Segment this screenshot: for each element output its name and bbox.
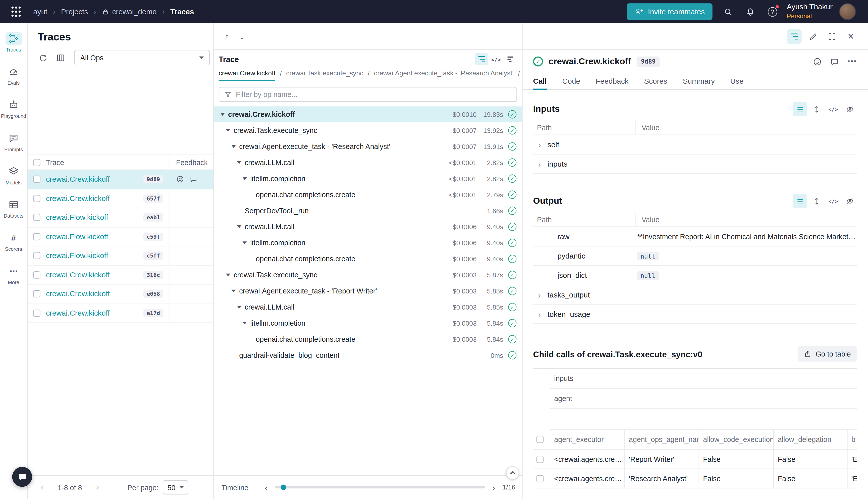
overflow-menu-icon[interactable]: ⋯ xyxy=(847,55,857,67)
row-checkbox[interactable] xyxy=(536,455,544,463)
expand-icon[interactable]: › xyxy=(533,140,547,149)
row-checkbox[interactable] xyxy=(33,195,40,202)
tab-use[interactable]: Use xyxy=(730,73,744,90)
collapse-icon[interactable] xyxy=(235,161,244,164)
tree-row[interactable]: crewai.LLM.call $0.0003 5.85s ✓ xyxy=(214,299,522,315)
breadcrumb-project[interactable]: crewai_demo xyxy=(112,8,157,16)
help-icon[interactable]: ? xyxy=(761,3,783,20)
tab-code[interactable]: Code xyxy=(562,73,580,90)
row-checkbox[interactable] xyxy=(33,290,40,297)
add-reaction-icon[interactable] xyxy=(813,57,822,66)
comment-icon[interactable] xyxy=(189,175,198,183)
sidebar-item-models[interactable]: Models xyxy=(0,158,27,192)
collapse-icon[interactable] xyxy=(240,242,249,244)
trace-name[interactable]: crewai.Crew.kickoff xyxy=(46,175,110,183)
close-icon[interactable]: × xyxy=(844,29,858,44)
trace-name[interactable]: crewai.Flow.kickoff xyxy=(46,232,108,241)
hide-values-icon[interactable] xyxy=(843,194,857,208)
tree-row[interactable]: crewai.Agent.execute_task - 'Research An… xyxy=(214,138,522,155)
next-page-icon[interactable]: › xyxy=(90,482,105,493)
tree-row[interactable]: crewai.LLM.call <$0.0001 2.82s ✓ xyxy=(214,155,522,171)
timeline-slider[interactable] xyxy=(275,486,485,488)
row-checkbox[interactable] xyxy=(33,175,40,183)
tree-row[interactable]: litellm.completion $0.0006 9.40s ✓ xyxy=(214,235,522,251)
row-checkbox[interactable] xyxy=(536,475,544,482)
columns-icon[interactable] xyxy=(53,50,67,65)
tree-row[interactable]: SerperDevTool._run 1.66s ✓ xyxy=(214,203,522,219)
list-view-icon[interactable] xyxy=(793,194,807,208)
trace-row[interactable]: crewai.Flow.kickoffc5ff xyxy=(28,246,213,266)
invite-teammates-button[interactable]: Invite teammates xyxy=(627,3,712,20)
collapse-icon[interactable] xyxy=(218,113,227,116)
edit-pencil-icon[interactable] xyxy=(806,29,820,44)
notifications-bell-icon[interactable] xyxy=(739,3,761,20)
trace-name[interactable]: crewai.Flow.kickoff xyxy=(46,213,108,222)
tree-row[interactable]: openai.chat.completions.create <$0.0001 … xyxy=(214,187,522,203)
collapse-icon[interactable] xyxy=(235,306,244,308)
expand-icon[interactable]: › xyxy=(533,309,547,319)
tree-row[interactable]: crewai.Crew.kickoff $0.0010 19.83s ✓ xyxy=(214,106,522,122)
breadcrumb-team[interactable]: ayut xyxy=(33,8,47,16)
trace-row[interactable]: crewai.Crew.kickoffe058 xyxy=(28,285,213,304)
op-crumb[interactable]: crewai.Task.execute_sync xyxy=(286,66,363,81)
tree-row[interactable]: crewai.Task.execute_sync $0.0003 5.87s ✓ xyxy=(214,267,522,283)
trace-name[interactable]: crewai.Crew.kickoff xyxy=(46,290,110,298)
scroll-top-button[interactable] xyxy=(506,466,519,480)
tree-row[interactable]: crewai.Task.execute_sync $0.0007 13.92s … xyxy=(214,122,522,138)
code-view-icon[interactable]: </> xyxy=(826,194,840,208)
tree-row[interactable]: litellm.completion <$0.0001 2.82s ✓ xyxy=(214,171,522,187)
sidebar-item-playground[interactable]: Playground xyxy=(0,92,27,125)
tree-view-icon[interactable] xyxy=(475,53,488,65)
sidebar-item-scorers[interactable]: # Scorers xyxy=(0,225,27,258)
refresh-icon[interactable] xyxy=(35,50,50,65)
collapse-icon[interactable] xyxy=(224,129,232,132)
per-page-select[interactable]: 50 xyxy=(163,480,188,495)
tab-summary[interactable]: Summary xyxy=(683,73,715,90)
flame-view-icon[interactable] xyxy=(504,53,517,65)
collapse-icon[interactable] xyxy=(235,226,244,228)
row-checkbox[interactable] xyxy=(33,271,40,278)
collapse-icon[interactable] xyxy=(229,290,238,292)
child-call-row[interactable]: <crewai.agents.cre… 'Report Writer' Fals… xyxy=(533,450,857,469)
sidebar-item-more[interactable]: ⋯ More xyxy=(0,258,27,291)
fullscreen-icon[interactable] xyxy=(825,29,839,44)
expand-rows-icon[interactable] xyxy=(809,102,823,116)
collapse-icon[interactable] xyxy=(224,273,232,276)
trace-name[interactable]: crewai.Crew.kickoff xyxy=(46,309,110,317)
child-call-row[interactable]: <crewai.ag​ents.cre… 'Research Analyst' … xyxy=(533,469,857,488)
row-checkbox[interactable] xyxy=(33,233,40,240)
op-filter-input[interactable] xyxy=(236,90,512,98)
ops-filter-select[interactable]: All Ops xyxy=(74,50,210,65)
collapse-icon[interactable] xyxy=(240,177,249,180)
expand-rows-icon[interactable] xyxy=(809,194,823,208)
sidebar-item-datasets[interactable]: Datasets xyxy=(0,192,27,225)
expand-icon[interactable]: › xyxy=(533,159,547,169)
row-checkbox[interactable] xyxy=(33,309,40,317)
tree-row[interactable]: guardrail-validate_blog_content 0ms ✓ xyxy=(214,347,522,363)
code-view-icon[interactable]: </> xyxy=(489,53,503,65)
trace-row[interactable]: crewai.Crew.kickoff9d89 xyxy=(28,170,213,189)
trace-row[interactable]: crewai.Crew.kickoff657f xyxy=(28,189,213,208)
trace-name[interactable]: crewai.Crew.kickoff xyxy=(46,194,110,203)
sidebar-item-traces[interactable]: Traces xyxy=(0,25,27,59)
op-crumb[interactable]: crewai.Crew.kickoff xyxy=(219,66,275,81)
trace-row[interactable]: crewai.Flow.kickoffeab1 xyxy=(28,208,213,227)
avatar[interactable] xyxy=(839,3,856,20)
tree-view-icon[interactable] xyxy=(787,29,802,44)
tree-row[interactable]: openai.chat.completions.create $0.0003 5… xyxy=(214,331,522,347)
prev-call-icon[interactable]: ↑ xyxy=(225,32,229,41)
add-note-icon[interactable] xyxy=(830,57,839,66)
collapse-icon[interactable] xyxy=(229,145,238,148)
expand-icon[interactable]: › xyxy=(533,290,547,299)
op-crumb[interactable]: crewai.Agent.execute_task - 'Research An… xyxy=(374,66,513,81)
hide-values-icon[interactable] xyxy=(843,102,857,116)
collapse-icon[interactable] xyxy=(240,322,249,325)
trace-name[interactable]: crewai.Crew.kickoff xyxy=(46,271,110,279)
trace-row[interactable]: crewai.Crew.kickoffa17d xyxy=(28,304,213,323)
tree-row[interactable]: crewai.LLM.call $0.0006 9.40s ✓ xyxy=(214,219,522,235)
sidebar-item-prompts[interactable]: Prompts xyxy=(0,125,27,158)
next-call-icon[interactable]: ↓ xyxy=(240,32,244,41)
code-view-icon[interactable]: </> xyxy=(826,102,840,116)
tab-feedback[interactable]: Feedback xyxy=(596,73,629,90)
prev-page-icon[interactable]: ‹ xyxy=(34,482,50,493)
